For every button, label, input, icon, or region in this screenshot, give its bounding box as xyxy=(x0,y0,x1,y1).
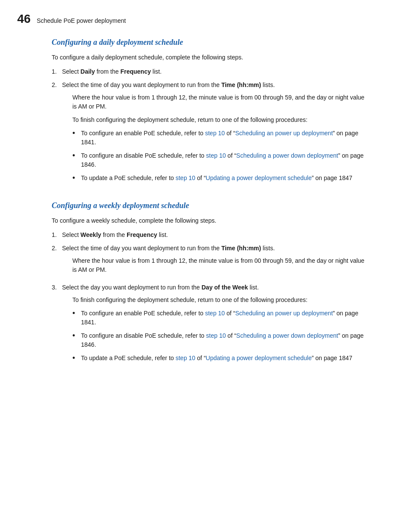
weekly-step-3-number: 3. xyxy=(52,283,62,367)
daily-bullet-2: • To configure an disable PoE schedule, … xyxy=(72,151,368,169)
daily-steps-list: 1. Select Daily from the Frequency list.… xyxy=(52,67,368,187)
weekly-step-1-content: Select Weekly from the Frequency list. xyxy=(62,230,368,240)
weekly-step-3-bullets: • To configure an enable PoE schedule, r… xyxy=(72,309,368,363)
daily-section-intro: To configure a daily deployment schedule… xyxy=(52,53,368,62)
weekly-bullet-3-link2[interactable]: Updating a power deployment schedule xyxy=(206,355,312,361)
weekly-step-1: 1. Select Weekly from the Frequency list… xyxy=(52,230,368,240)
daily-step-2-para2: To finish configuring the deployment sch… xyxy=(72,115,368,124)
weekly-bullet-1-dot: • xyxy=(72,309,81,318)
daily-section-title: Configuring a daily deployment schedule xyxy=(52,38,368,47)
weekly-step-3: 3. Select the day you want deployment to… xyxy=(52,283,368,367)
weekly-bullet-3: • To update a PoE schedule, refer to ste… xyxy=(72,354,368,363)
daily-bullet-3-text: To update a PoE schedule, refer to step … xyxy=(81,174,368,183)
daily-bullet-3-link2[interactable]: Updating a power deployment schedule xyxy=(206,174,312,181)
daily-bullet-1-link1[interactable]: step 10 xyxy=(205,130,225,137)
daily-step-2-para1: Where the hour value is from 1 through 1… xyxy=(72,93,368,111)
daily-section: Configuring a daily deployment schedule … xyxy=(52,38,368,187)
weekly-steps-list: 1. Select Weekly from the Frequency list… xyxy=(52,230,368,367)
weekly-step-2-para1: Where the hour value is from 1 through 1… xyxy=(72,256,368,274)
daily-step-2-indented: Where the hour value is from 1 through 1… xyxy=(72,93,368,183)
weekly-bullet-2-link2[interactable]: Scheduling a power down deployment xyxy=(236,332,338,339)
weekly-step-1-number: 1. xyxy=(52,230,62,240)
daily-bullet-2-dot: • xyxy=(72,151,81,161)
weekly-step-3-indented: To finish configuring the deployment sch… xyxy=(72,296,368,363)
weekly-section-title: Configuring a weekly deployment schedule xyxy=(52,201,368,210)
weekly-bullet-2-text: To configure an disable PoE schedule, re… xyxy=(81,331,368,349)
weekly-step-2-bold-time: Time (hh:mm) xyxy=(221,245,261,252)
daily-bullet-3: • To update a PoE schedule, refer to ste… xyxy=(72,174,368,183)
daily-step-2-content: Select the time of day you want deployme… xyxy=(62,81,368,187)
weekly-step-3-para2: To finish configuring the deployment sch… xyxy=(72,296,368,305)
weekly-bullet-1-link2[interactable]: Scheduling an power up deployment xyxy=(235,310,333,317)
weekly-bullet-3-link1[interactable]: step 10 xyxy=(175,355,195,361)
daily-bullet-1-dot: • xyxy=(72,129,81,138)
page-header: 46 Schedule PoE power deployment xyxy=(17,13,394,25)
weekly-bullet-3-text: To update a PoE schedule, refer to step … xyxy=(81,354,368,363)
daily-step-2-bold-time: Time (hh:mm) xyxy=(221,81,261,88)
weekly-step-2-indented: Where the hour value is from 1 through 1… xyxy=(72,256,368,274)
weekly-step-2: 2. Select the time of day you want deplo… xyxy=(52,244,368,279)
weekly-step-2-text: Select the time of day you want deployme… xyxy=(62,245,275,252)
page-number: 46 xyxy=(17,13,31,25)
daily-step-1-bold-frequency: Frequency xyxy=(120,68,151,75)
weekly-bullet-2-dot: • xyxy=(72,331,81,341)
daily-bullet-2-text: To configure an disable PoE schedule, re… xyxy=(81,151,368,169)
content-area: Configuring a daily deployment schedule … xyxy=(17,38,394,367)
weekly-step-3-text: Select the day you want deployment to ru… xyxy=(62,284,259,291)
daily-bullet-2-link1[interactable]: step 10 xyxy=(206,152,226,159)
weekly-bullet-1: • To configure an enable PoE schedule, r… xyxy=(72,309,368,327)
weekly-bullet-1-text: To configure an enable PoE schedule, ref… xyxy=(81,309,368,327)
weekly-step-1-bold-frequency: Frequency xyxy=(127,231,157,238)
page-container: 46 Schedule PoE power deployment Configu… xyxy=(0,0,411,532)
daily-step-2-number: 2. xyxy=(52,81,62,187)
daily-bullet-1-link2[interactable]: Scheduling an power up deployment xyxy=(235,130,333,137)
weekly-bullet-2-link1[interactable]: step 10 xyxy=(206,332,226,339)
daily-bullet-1: • To configure an enable PoE schedule, r… xyxy=(72,129,368,147)
weekly-section-intro: To configure a weekly schedule, complete… xyxy=(52,216,368,225)
weekly-step-2-number: 2. xyxy=(52,244,62,279)
page-title: Schedule PoE power deployment xyxy=(37,17,126,24)
daily-step-1-content: Select Daily from the Frequency list. xyxy=(62,67,368,76)
daily-step-1-number: 1. xyxy=(52,67,62,76)
daily-bullet-3-link1[interactable]: step 10 xyxy=(175,174,195,181)
weekly-bullet-2: • To configure an disable PoE schedule, … xyxy=(72,331,368,349)
weekly-step-3-bold-dow: Day of the Week xyxy=(202,284,248,291)
daily-bullet-1-text: To configure an enable PoE schedule, ref… xyxy=(81,129,368,147)
daily-step-2-bullets: • To configure an enable PoE schedule, r… xyxy=(72,129,368,183)
daily-bullet-3-dot: • xyxy=(72,174,81,183)
weekly-section: Configuring a weekly deployment schedule… xyxy=(52,201,368,367)
daily-step-2: 2. Select the time of day you want deplo… xyxy=(52,81,368,187)
daily-bullet-2-link2[interactable]: Scheduling a power down deployment xyxy=(236,152,338,159)
weekly-step-3-content: Select the day you want deployment to ru… xyxy=(62,283,368,367)
weekly-bullet-3-dot: • xyxy=(72,354,81,363)
weekly-step-1-bold-weekly: Weekly xyxy=(81,231,101,238)
daily-step-2-text: Select the time of day you want deployme… xyxy=(62,81,275,88)
weekly-bullet-1-link1[interactable]: step 10 xyxy=(205,310,225,317)
daily-step-1-bold-daily: Daily xyxy=(81,68,95,75)
weekly-step-2-content: Select the time of day you want deployme… xyxy=(62,244,368,279)
daily-step-1: 1. Select Daily from the Frequency list. xyxy=(52,67,368,76)
